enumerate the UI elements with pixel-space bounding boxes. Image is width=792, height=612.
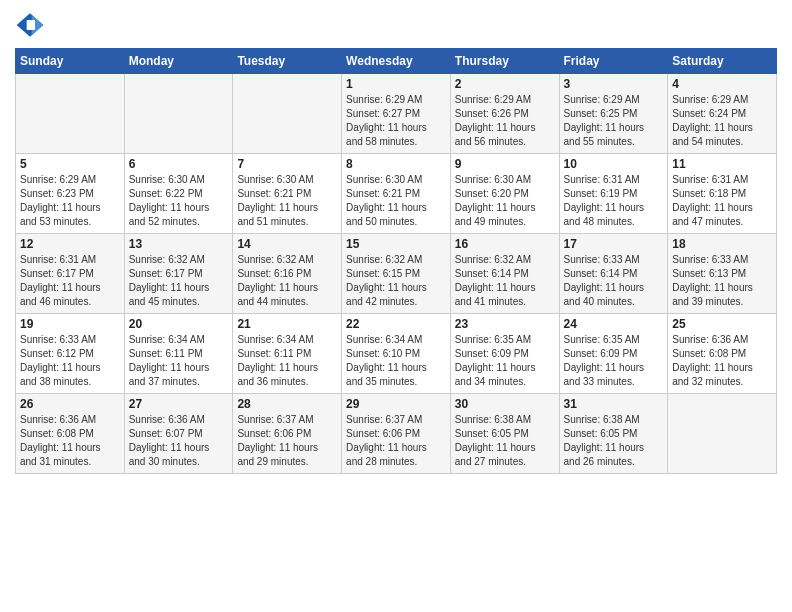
day-info: Sunrise: 6:29 AM Sunset: 6:27 PM Dayligh… xyxy=(346,93,446,149)
day-info: Sunrise: 6:34 AM Sunset: 6:11 PM Dayligh… xyxy=(129,333,229,389)
day-number: 26 xyxy=(20,397,120,411)
day-cell: 17Sunrise: 6:33 AM Sunset: 6:14 PM Dayli… xyxy=(559,234,668,314)
day-info: Sunrise: 6:34 AM Sunset: 6:11 PM Dayligh… xyxy=(237,333,337,389)
day-info: Sunrise: 6:31 AM Sunset: 6:19 PM Dayligh… xyxy=(564,173,664,229)
day-number: 17 xyxy=(564,237,664,251)
day-info: Sunrise: 6:38 AM Sunset: 6:05 PM Dayligh… xyxy=(564,413,664,469)
svg-rect-2 xyxy=(27,20,35,30)
day-number: 16 xyxy=(455,237,555,251)
day-cell: 27Sunrise: 6:36 AM Sunset: 6:07 PM Dayli… xyxy=(124,394,233,474)
weekday-wednesday: Wednesday xyxy=(342,49,451,74)
day-number: 20 xyxy=(129,317,229,331)
weekday-sunday: Sunday xyxy=(16,49,125,74)
day-info: Sunrise: 6:32 AM Sunset: 6:15 PM Dayligh… xyxy=(346,253,446,309)
day-cell xyxy=(124,74,233,154)
day-number: 1 xyxy=(346,77,446,91)
day-cell: 24Sunrise: 6:35 AM Sunset: 6:09 PM Dayli… xyxy=(559,314,668,394)
day-cell: 15Sunrise: 6:32 AM Sunset: 6:15 PM Dayli… xyxy=(342,234,451,314)
logo-icon xyxy=(15,10,45,40)
day-cell: 13Sunrise: 6:32 AM Sunset: 6:17 PM Dayli… xyxy=(124,234,233,314)
day-info: Sunrise: 6:30 AM Sunset: 6:21 PM Dayligh… xyxy=(237,173,337,229)
day-cell: 31Sunrise: 6:38 AM Sunset: 6:05 PM Dayli… xyxy=(559,394,668,474)
day-cell: 4Sunrise: 6:29 AM Sunset: 6:24 PM Daylig… xyxy=(668,74,777,154)
day-cell: 1Sunrise: 6:29 AM Sunset: 6:27 PM Daylig… xyxy=(342,74,451,154)
day-cell: 14Sunrise: 6:32 AM Sunset: 6:16 PM Dayli… xyxy=(233,234,342,314)
day-number: 18 xyxy=(672,237,772,251)
calendar-table: SundayMondayTuesdayWednesdayThursdayFrid… xyxy=(15,48,777,474)
day-number: 13 xyxy=(129,237,229,251)
day-info: Sunrise: 6:32 AM Sunset: 6:17 PM Dayligh… xyxy=(129,253,229,309)
day-number: 11 xyxy=(672,157,772,171)
logo xyxy=(15,10,49,40)
day-number: 22 xyxy=(346,317,446,331)
day-cell: 10Sunrise: 6:31 AM Sunset: 6:19 PM Dayli… xyxy=(559,154,668,234)
day-number: 12 xyxy=(20,237,120,251)
page: SundayMondayTuesdayWednesdayThursdayFrid… xyxy=(0,0,792,612)
day-info: Sunrise: 6:36 AM Sunset: 6:07 PM Dayligh… xyxy=(129,413,229,469)
day-cell: 11Sunrise: 6:31 AM Sunset: 6:18 PM Dayli… xyxy=(668,154,777,234)
day-cell: 20Sunrise: 6:34 AM Sunset: 6:11 PM Dayli… xyxy=(124,314,233,394)
day-cell: 8Sunrise: 6:30 AM Sunset: 6:21 PM Daylig… xyxy=(342,154,451,234)
day-cell: 9Sunrise: 6:30 AM Sunset: 6:20 PM Daylig… xyxy=(450,154,559,234)
day-cell: 6Sunrise: 6:30 AM Sunset: 6:22 PM Daylig… xyxy=(124,154,233,234)
day-cell xyxy=(16,74,125,154)
day-cell: 18Sunrise: 6:33 AM Sunset: 6:13 PM Dayli… xyxy=(668,234,777,314)
day-number: 23 xyxy=(455,317,555,331)
header xyxy=(15,10,777,40)
day-cell: 3Sunrise: 6:29 AM Sunset: 6:25 PM Daylig… xyxy=(559,74,668,154)
day-number: 19 xyxy=(20,317,120,331)
day-number: 9 xyxy=(455,157,555,171)
day-number: 15 xyxy=(346,237,446,251)
day-info: Sunrise: 6:35 AM Sunset: 6:09 PM Dayligh… xyxy=(455,333,555,389)
day-cell: 21Sunrise: 6:34 AM Sunset: 6:11 PM Dayli… xyxy=(233,314,342,394)
day-number: 4 xyxy=(672,77,772,91)
day-info: Sunrise: 6:30 AM Sunset: 6:22 PM Dayligh… xyxy=(129,173,229,229)
day-info: Sunrise: 6:29 AM Sunset: 6:26 PM Dayligh… xyxy=(455,93,555,149)
day-info: Sunrise: 6:31 AM Sunset: 6:18 PM Dayligh… xyxy=(672,173,772,229)
day-number: 31 xyxy=(564,397,664,411)
day-number: 21 xyxy=(237,317,337,331)
day-info: Sunrise: 6:30 AM Sunset: 6:20 PM Dayligh… xyxy=(455,173,555,229)
day-cell: 5Sunrise: 6:29 AM Sunset: 6:23 PM Daylig… xyxy=(16,154,125,234)
day-cell: 28Sunrise: 6:37 AM Sunset: 6:06 PM Dayli… xyxy=(233,394,342,474)
day-info: Sunrise: 6:32 AM Sunset: 6:14 PM Dayligh… xyxy=(455,253,555,309)
weekday-monday: Monday xyxy=(124,49,233,74)
weekday-thursday: Thursday xyxy=(450,49,559,74)
day-cell: 25Sunrise: 6:36 AM Sunset: 6:08 PM Dayli… xyxy=(668,314,777,394)
day-number: 28 xyxy=(237,397,337,411)
day-number: 27 xyxy=(129,397,229,411)
day-info: Sunrise: 6:33 AM Sunset: 6:14 PM Dayligh… xyxy=(564,253,664,309)
day-info: Sunrise: 6:30 AM Sunset: 6:21 PM Dayligh… xyxy=(346,173,446,229)
day-info: Sunrise: 6:29 AM Sunset: 6:24 PM Dayligh… xyxy=(672,93,772,149)
day-cell xyxy=(668,394,777,474)
day-info: Sunrise: 6:33 AM Sunset: 6:13 PM Dayligh… xyxy=(672,253,772,309)
week-row-1: 5Sunrise: 6:29 AM Sunset: 6:23 PM Daylig… xyxy=(16,154,777,234)
day-number: 29 xyxy=(346,397,446,411)
day-info: Sunrise: 6:38 AM Sunset: 6:05 PM Dayligh… xyxy=(455,413,555,469)
day-info: Sunrise: 6:35 AM Sunset: 6:09 PM Dayligh… xyxy=(564,333,664,389)
weekday-friday: Friday xyxy=(559,49,668,74)
day-cell: 7Sunrise: 6:30 AM Sunset: 6:21 PM Daylig… xyxy=(233,154,342,234)
day-cell: 16Sunrise: 6:32 AM Sunset: 6:14 PM Dayli… xyxy=(450,234,559,314)
day-number: 5 xyxy=(20,157,120,171)
day-number: 25 xyxy=(672,317,772,331)
day-info: Sunrise: 6:34 AM Sunset: 6:10 PM Dayligh… xyxy=(346,333,446,389)
day-number: 3 xyxy=(564,77,664,91)
day-info: Sunrise: 6:29 AM Sunset: 6:23 PM Dayligh… xyxy=(20,173,120,229)
day-info: Sunrise: 6:31 AM Sunset: 6:17 PM Dayligh… xyxy=(20,253,120,309)
day-cell: 29Sunrise: 6:37 AM Sunset: 6:06 PM Dayli… xyxy=(342,394,451,474)
day-number: 24 xyxy=(564,317,664,331)
weekday-tuesday: Tuesday xyxy=(233,49,342,74)
day-number: 8 xyxy=(346,157,446,171)
day-cell: 30Sunrise: 6:38 AM Sunset: 6:05 PM Dayli… xyxy=(450,394,559,474)
day-info: Sunrise: 6:32 AM Sunset: 6:16 PM Dayligh… xyxy=(237,253,337,309)
day-cell: 22Sunrise: 6:34 AM Sunset: 6:10 PM Dayli… xyxy=(342,314,451,394)
day-number: 7 xyxy=(237,157,337,171)
day-number: 6 xyxy=(129,157,229,171)
day-number: 30 xyxy=(455,397,555,411)
day-cell: 12Sunrise: 6:31 AM Sunset: 6:17 PM Dayli… xyxy=(16,234,125,314)
week-row-4: 26Sunrise: 6:36 AM Sunset: 6:08 PM Dayli… xyxy=(16,394,777,474)
day-cell: 2Sunrise: 6:29 AM Sunset: 6:26 PM Daylig… xyxy=(450,74,559,154)
week-row-3: 19Sunrise: 6:33 AM Sunset: 6:12 PM Dayli… xyxy=(16,314,777,394)
day-cell: 26Sunrise: 6:36 AM Sunset: 6:08 PM Dayli… xyxy=(16,394,125,474)
